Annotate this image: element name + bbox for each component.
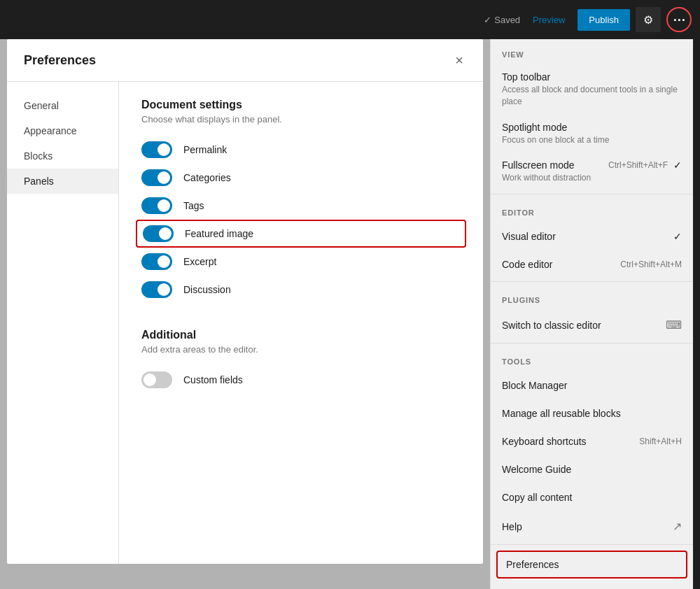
toggle-row-permalink: Permalink bbox=[141, 136, 461, 164]
document-settings-section: Document settings Choose what displays i… bbox=[141, 99, 461, 304]
spotlight-mode-desc: Focus on one block at a time bbox=[502, 134, 682, 146]
close-icon: × bbox=[455, 52, 463, 68]
view-section-label: VIEW bbox=[491, 39, 693, 64]
toggle-featured-image[interactable] bbox=[143, 225, 174, 242]
modal-close-button[interactable]: × bbox=[452, 50, 466, 70]
toggle-tags[interactable] bbox=[141, 197, 172, 214]
additional-desc: Add extra areas to the editor. bbox=[141, 344, 461, 355]
toggle-label-tags: Tags bbox=[183, 200, 204, 211]
modal-header: Preferences × bbox=[7, 39, 483, 82]
toggle-label-discussion: Discussion bbox=[183, 284, 231, 295]
saved-label: Saved bbox=[494, 15, 520, 25]
panel-item-spotlight-mode[interactable]: Spotlight mode Focus on one block at a t… bbox=[491, 115, 693, 153]
modal-overlay: Preferences × General Appearance Blocks … bbox=[0, 39, 490, 589]
document-settings-desc: Choose what displays in the panel. bbox=[141, 114, 461, 125]
editor-area: Preferences × General Appearance Blocks … bbox=[0, 39, 490, 589]
panel-item-top-toolbar[interactable]: Top toolbar Access all block and documen… bbox=[491, 64, 693, 115]
top-bar: ✓ Saved Preview Publish ⚙ ⋯ bbox=[0, 0, 700, 39]
modal-sidebar: General Appearance Blocks Panels bbox=[7, 82, 119, 564]
reusable-blocks-title: Manage all reusable blocks bbox=[502, 408, 621, 419]
welcome-guide-title: Welcome Guide bbox=[502, 464, 571, 475]
divider-2 bbox=[491, 281, 693, 282]
saved-indicator: ✓ Saved bbox=[484, 15, 520, 25]
modal-content: Document settings Choose what displays i… bbox=[119, 82, 483, 564]
block-manager-title: Block Manager bbox=[502, 380, 567, 391]
tools-section-label: TOOLS bbox=[491, 346, 693, 371]
panel-item-reusable-blocks[interactable]: Manage all reusable blocks bbox=[491, 399, 693, 427]
preferences-highlighted-container: Preferences bbox=[496, 551, 687, 579]
sidebar-item-panels[interactable]: Panels bbox=[7, 169, 118, 194]
code-editor-shortcut: Ctrl+Shift+Alt+M bbox=[620, 260, 682, 269]
panel-item-classic-editor[interactable]: Switch to classic editor ⌨ bbox=[491, 310, 693, 340]
toggle-label-excerpt: Excerpt bbox=[183, 256, 216, 267]
modal-title: Preferences bbox=[24, 53, 96, 68]
sidebar-item-appearance[interactable]: Appearance bbox=[7, 118, 118, 143]
top-toolbar-desc: Access all block and document tools in a… bbox=[502, 84, 682, 108]
fullscreen-shortcut: Ctrl+Shift+Alt+F bbox=[608, 160, 668, 170]
more-icon: ⋯ bbox=[673, 12, 685, 27]
toggle-label-permalink: Permalink bbox=[183, 144, 227, 155]
preferences-title: Preferences bbox=[506, 559, 559, 570]
sidebar-item-general[interactable]: General bbox=[7, 93, 118, 118]
panel-item-copy-content[interactable]: Copy all content bbox=[491, 483, 693, 511]
panel-item-welcome-guide[interactable]: Welcome Guide bbox=[491, 455, 693, 483]
view-section: VIEW Top toolbar Access all block and do… bbox=[491, 39, 693, 191]
keyboard-shortcuts-title: Keyboard shortcuts bbox=[502, 436, 587, 447]
toggle-label-categories: Categories bbox=[183, 172, 231, 183]
modal-body: General Appearance Blocks Panels Documen… bbox=[7, 82, 483, 564]
panel-item-fullscreen-mode[interactable]: Fullscreen mode Work without distraction… bbox=[491, 152, 693, 191]
toggle-custom-fields[interactable] bbox=[141, 371, 172, 388]
preferences-modal: Preferences × General Appearance Blocks … bbox=[7, 39, 483, 564]
classic-editor-title: Switch to classic editor bbox=[502, 320, 601, 331]
top-toolbar-title: Top toolbar bbox=[502, 71, 682, 83]
document-settings-title: Document settings bbox=[141, 99, 461, 111]
toggle-row-featured-image: Featured image bbox=[136, 220, 466, 248]
code-editor-title: Code editor bbox=[502, 259, 552, 270]
sidebar-item-blocks[interactable]: Blocks bbox=[7, 143, 118, 169]
toggle-row-tags: Tags bbox=[141, 192, 461, 220]
divider-4 bbox=[491, 544, 693, 545]
plugins-section-label: PLUGINS bbox=[491, 285, 693, 310]
gear-icon: ⚙ bbox=[643, 13, 653, 27]
panel-item-visual-editor[interactable]: Visual editor ✓ bbox=[491, 222, 693, 250]
divider-1 bbox=[491, 194, 693, 194]
toggle-categories[interactable] bbox=[141, 169, 172, 186]
toggle-excerpt[interactable] bbox=[141, 253, 172, 270]
visual-editor-check-icon: ✓ bbox=[673, 231, 682, 242]
fullscreen-mode-title: Fullscreen mode bbox=[502, 159, 603, 171]
keyboard-shortcuts-shortcut: Shift+Alt+H bbox=[639, 437, 682, 446]
spotlight-mode-title: Spotlight mode bbox=[502, 122, 682, 133]
toggle-discussion[interactable] bbox=[141, 281, 172, 298]
publish-button[interactable]: Publish bbox=[578, 9, 630, 31]
fullscreen-mode-desc: Work without distraction bbox=[502, 172, 603, 184]
panel-item-help[interactable]: Help ↗ bbox=[491, 511, 693, 541]
visual-editor-title: Visual editor bbox=[502, 231, 556, 242]
panel-item-preferences[interactable]: Preferences bbox=[498, 552, 686, 577]
right-panel: VIEW Top toolbar Access all block and do… bbox=[490, 39, 693, 589]
help-title: Help bbox=[502, 521, 522, 532]
preview-button[interactable]: Preview bbox=[526, 10, 572, 29]
toggle-row-categories: Categories bbox=[141, 164, 461, 192]
toggle-permalink[interactable] bbox=[141, 141, 172, 158]
panel-item-code-editor[interactable]: Code editor Ctrl+Shift+Alt+M bbox=[491, 250, 693, 278]
plugins-section: PLUGINS Switch to classic editor ⌨ bbox=[491, 285, 693, 340]
toggle-row-custom-fields: Custom fields bbox=[141, 366, 461, 394]
check-icon: ✓ bbox=[484, 15, 491, 25]
main-area: Preferences × General Appearance Blocks … bbox=[0, 39, 700, 589]
editor-section-label: EDITOR bbox=[491, 197, 693, 222]
keyboard-icon: ⌨ bbox=[666, 318, 682, 332]
tools-section: TOOLS Block Manager Manage all reusable … bbox=[491, 346, 693, 541]
additional-section: Additional Add extra areas to the editor… bbox=[141, 329, 461, 394]
editor-section: EDITOR Visual editor ✓ Code editor Ctrl+… bbox=[491, 197, 693, 278]
toggle-row-discussion: Discussion bbox=[141, 276, 461, 304]
additional-title: Additional bbox=[141, 329, 461, 341]
toggle-label-custom-fields: Custom fields bbox=[183, 374, 243, 385]
fullscreen-check-icon: ✓ bbox=[673, 159, 682, 171]
more-options-button[interactable]: ⋯ bbox=[666, 7, 692, 32]
toggle-label-featured-image: Featured image bbox=[185, 228, 253, 239]
copy-content-title: Copy all content bbox=[502, 492, 572, 503]
panel-item-keyboard-shortcuts[interactable]: Keyboard shortcuts Shift+Alt+H bbox=[491, 427, 693, 455]
settings-button[interactable]: ⚙ bbox=[636, 7, 661, 32]
toggle-row-excerpt: Excerpt bbox=[141, 248, 461, 276]
panel-item-block-manager[interactable]: Block Manager bbox=[491, 371, 693, 399]
